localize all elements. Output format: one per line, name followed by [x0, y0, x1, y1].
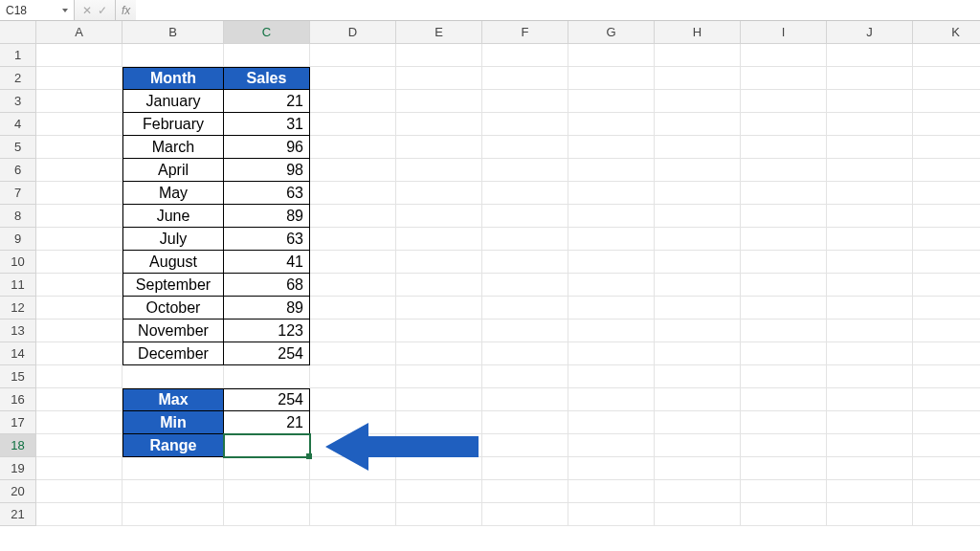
spreadsheet-grid[interactable]: A B C D E F G H I J K 1 2 Month Sales 3 … — [0, 21, 980, 526]
cell-E11[interactable] — [396, 274, 482, 297]
cell-G8[interactable] — [568, 205, 655, 228]
cell-E10[interactable] — [396, 251, 482, 274]
cell-I14[interactable] — [741, 342, 827, 365]
cell-B20[interactable] — [122, 480, 224, 503]
fx-icon[interactable]: fx — [116, 4, 136, 17]
cell-F10[interactable] — [482, 251, 568, 274]
cell-F5[interactable] — [482, 136, 568, 159]
row-header-10[interactable]: 10 — [0, 251, 36, 274]
cell-G9[interactable] — [568, 228, 655, 251]
cell-K11[interactable] — [913, 274, 980, 297]
cell-J18[interactable] — [827, 434, 913, 457]
cell-J6[interactable] — [827, 159, 913, 182]
cell-sales-5[interactable]: 89 — [224, 205, 310, 228]
cell-J9[interactable] — [827, 228, 913, 251]
col-header-C[interactable]: C — [224, 21, 310, 44]
cell-I11[interactable] — [741, 274, 827, 297]
cell-A16[interactable] — [36, 388, 122, 411]
cell-F1[interactable] — [482, 44, 568, 67]
cell-D1[interactable] — [310, 44, 396, 67]
cell-H4[interactable] — [655, 113, 741, 136]
cell-E14[interactable] — [396, 342, 482, 365]
cell-A19[interactable] — [36, 457, 122, 480]
cell-C15[interactable] — [224, 365, 310, 388]
cell-K12[interactable] — [913, 297, 980, 320]
cell-J11[interactable] — [827, 274, 913, 297]
row-header-17[interactable]: 17 — [0, 411, 36, 434]
row-header-2[interactable]: 2 — [0, 67, 36, 90]
cell-J1[interactable] — [827, 44, 913, 67]
row-header-13[interactable]: 13 — [0, 320, 36, 342]
cell-G19[interactable] — [568, 457, 655, 480]
cell-D13[interactable] — [310, 320, 396, 342]
cell-G16[interactable] — [568, 388, 655, 411]
col-header-H[interactable]: H — [655, 21, 741, 44]
cell-A2[interactable] — [36, 67, 122, 90]
cell-I12[interactable] — [741, 297, 827, 320]
cell-J21[interactable] — [827, 503, 913, 526]
cell-month-3[interactable]: April — [122, 159, 224, 182]
cell-I17[interactable] — [741, 411, 827, 434]
col-header-A[interactable]: A — [36, 21, 122, 44]
cell-A4[interactable] — [36, 113, 122, 136]
cell-H16[interactable] — [655, 388, 741, 411]
col-header-I[interactable]: I — [741, 21, 827, 44]
cell-J10[interactable] — [827, 251, 913, 274]
cell-K10[interactable] — [913, 251, 980, 274]
cell-E16[interactable] — [396, 388, 482, 411]
row-header-3[interactable]: 3 — [0, 90, 36, 113]
cell-F13[interactable] — [482, 320, 568, 342]
cell-D2[interactable] — [310, 67, 396, 90]
cell-K15[interactable] — [913, 365, 980, 388]
cell-D8[interactable] — [310, 205, 396, 228]
cell-H17[interactable] — [655, 411, 741, 434]
cell-G13[interactable] — [568, 320, 655, 342]
cell-A5[interactable] — [36, 136, 122, 159]
col-header-B[interactable]: B — [122, 21, 224, 44]
cell-I9[interactable] — [741, 228, 827, 251]
cell-E3[interactable] — [396, 90, 482, 113]
cell-H10[interactable] — [655, 251, 741, 274]
cell-D21[interactable] — [310, 503, 396, 526]
cell-sales-4[interactable]: 63 — [224, 182, 310, 205]
cell-H18[interactable] — [655, 434, 741, 457]
cell-F16[interactable] — [482, 388, 568, 411]
cell-H19[interactable] — [655, 457, 741, 480]
cell-K17[interactable] — [913, 411, 980, 434]
cell-I20[interactable] — [741, 480, 827, 503]
table-header-sales[interactable]: Sales — [224, 67, 310, 90]
cell-G10[interactable] — [568, 251, 655, 274]
cell-H13[interactable] — [655, 320, 741, 342]
cell-J4[interactable] — [827, 113, 913, 136]
cell-I19[interactable] — [741, 457, 827, 480]
cell-D7[interactable] — [310, 182, 396, 205]
cell-J16[interactable] — [827, 388, 913, 411]
cell-K2[interactable] — [913, 67, 980, 90]
row-header-9[interactable]: 9 — [0, 228, 36, 251]
cell-E8[interactable] — [396, 205, 482, 228]
cell-D10[interactable] — [310, 251, 396, 274]
cell-G17[interactable] — [568, 411, 655, 434]
cell-D6[interactable] — [310, 159, 396, 182]
cell-D12[interactable] — [310, 297, 396, 320]
cell-C1[interactable] — [224, 44, 310, 67]
cell-K5[interactable] — [913, 136, 980, 159]
cell-E12[interactable] — [396, 297, 482, 320]
cell-G20[interactable] — [568, 480, 655, 503]
table-header-month[interactable]: Month — [122, 67, 224, 90]
cell-G21[interactable] — [568, 503, 655, 526]
cell-E4[interactable] — [396, 113, 482, 136]
cell-A21[interactable] — [36, 503, 122, 526]
cell-E5[interactable] — [396, 136, 482, 159]
row-header-1[interactable]: 1 — [0, 44, 36, 67]
cell-A6[interactable] — [36, 159, 122, 182]
col-header-D[interactable]: D — [310, 21, 396, 44]
cell-I5[interactable] — [741, 136, 827, 159]
cell-F11[interactable] — [482, 274, 568, 297]
cell-F21[interactable] — [482, 503, 568, 526]
cell-I10[interactable] — [741, 251, 827, 274]
cell-C20[interactable] — [224, 480, 310, 503]
cell-K16[interactable] — [913, 388, 980, 411]
cell-A7[interactable] — [36, 182, 122, 205]
row-header-6[interactable]: 6 — [0, 159, 36, 182]
